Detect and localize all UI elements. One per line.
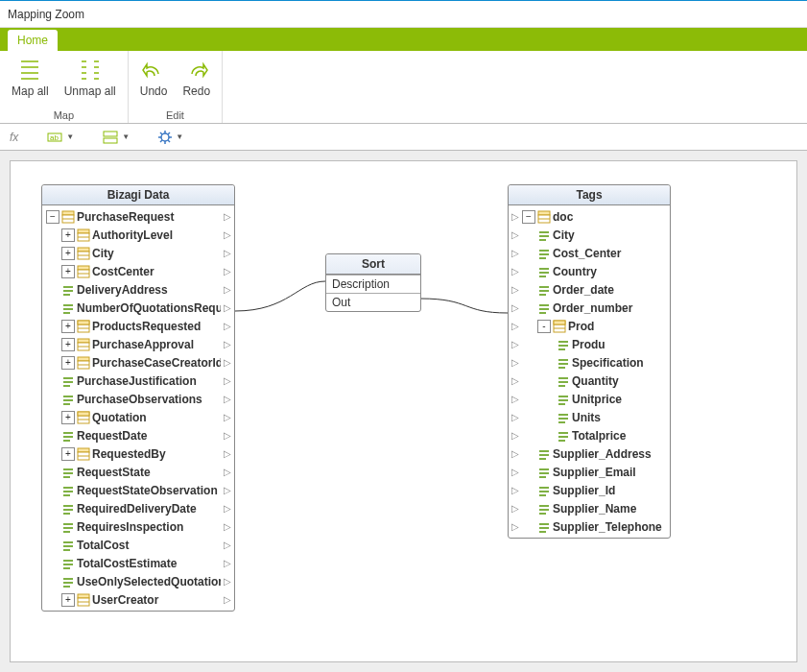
tree-item-child[interactable]: Specification [509, 353, 670, 372]
expand-icon[interactable]: + [61, 247, 75, 260]
expand-icon[interactable]: + [61, 320, 75, 333]
entity-icon [77, 228, 90, 242]
tree-item[interactable]: +UserCreator [42, 590, 234, 609]
tree-item-label: TotalCost [77, 539, 221, 552]
tree-item-child[interactable]: Totalprice [509, 426, 670, 444]
tree-item-label: Units [572, 411, 670, 424]
redo-button[interactable]: Redo [177, 55, 216, 100]
tree-item[interactable]: UseOnlySelectedQuotation [42, 572, 234, 590]
tree-item[interactable]: Order_date [509, 280, 670, 299]
entity-icon [77, 265, 90, 278]
textfield-icon: ab [47, 131, 62, 144]
tree-item-child[interactable]: Quantity [509, 372, 670, 390]
tree-item[interactable]: NumberOfQuotationsRequir [42, 299, 234, 317]
tree-item[interactable]: +City [42, 244, 234, 262]
tree-item[interactable]: Supplier_Address [509, 444, 670, 463]
expand-icon[interactable]: + [61, 447, 75, 461]
port-icon [509, 448, 522, 459]
map-all-button[interactable]: Map all [6, 55, 55, 100]
text-icon [61, 484, 75, 497]
text-icon [61, 520, 75, 534]
svg-text:ab: ab [50, 133, 59, 142]
expand-icon[interactable]: + [61, 338, 75, 351]
tree-item[interactable]: RequestState [42, 463, 234, 481]
undo-button[interactable]: Undo [134, 55, 174, 100]
sort-row-description[interactable]: Description [326, 275, 420, 293]
tree-item[interactable]: RequestStateObservation [42, 481, 234, 499]
tree-item[interactable]: RequestDate [42, 426, 234, 444]
collapse-icon[interactable]: − [522, 210, 535, 224]
expand-icon[interactable]: + [61, 411, 75, 424]
expand-icon[interactable]: - [537, 320, 551, 333]
svg-rect-54 [78, 448, 89, 452]
tree-item[interactable]: Cost_Center [509, 244, 670, 262]
entity-icon [77, 447, 90, 461]
entity-icon [77, 593, 90, 607]
tree-item-label: City [553, 228, 670, 242]
expand-icon[interactable]: + [61, 356, 75, 370]
toolbar-item-3[interactable]: ▼ [158, 131, 183, 144]
port-icon [509, 211, 522, 222]
fx-button[interactable]: fx [10, 131, 18, 144]
tree-item[interactable]: RequiredDeliveryDate [42, 499, 234, 517]
datasource-icon [103, 131, 118, 144]
collapse-icon[interactable]: − [46, 210, 59, 224]
tree-item-label: Quotation [92, 411, 221, 424]
tags-panel[interactable]: Tags −docCityCost_CenterCountryOrder_dat… [508, 184, 671, 539]
tree-item[interactable]: City [509, 226, 670, 244]
tree-item[interactable]: -Prod [509, 317, 670, 335]
mapping-canvas[interactable]: Bizagi Data −PurchaseRequest+AuthorityLe… [10, 160, 797, 662]
port-icon [221, 558, 234, 568]
port-icon [509, 503, 522, 514]
tree-item[interactable]: +PurchaseApproval [42, 335, 234, 353]
undo-icon [141, 57, 166, 82]
tree-item-label: PurchaseCaseCreatorId [92, 356, 221, 370]
bizagi-data-panel[interactable]: Bizagi Data −PurchaseRequest+AuthorityLe… [41, 184, 235, 612]
tree-item-child[interactable]: Units [509, 408, 670, 426]
tree-item[interactable]: +CostCenter [42, 262, 234, 280]
tree-item[interactable]: +Quotation [42, 408, 234, 426]
sort-row-out[interactable]: Out [326, 293, 420, 311]
tab-home[interactable]: Home [8, 30, 58, 51]
tree-item[interactable]: Supplier_Telephone [509, 517, 670, 536]
tree-item[interactable]: PurchaseJustification [42, 372, 234, 390]
tree-item-child[interactable]: Produ [509, 335, 670, 353]
tree-item[interactable]: Country [509, 262, 670, 280]
text-icon [537, 228, 551, 242]
port-icon [221, 448, 234, 459]
root-label: PurchaseRequest [77, 210, 221, 224]
tree-item[interactable]: TotalCostEstimate [42, 554, 234, 572]
tree-item-child[interactable]: Unitprice [509, 390, 670, 408]
text-icon [557, 356, 570, 370]
tree-item[interactable]: PurchaseObservations [42, 390, 234, 408]
tree-item[interactable]: Supplier_Id [509, 481, 670, 499]
port-icon [221, 467, 234, 477]
tree-item[interactable]: Supplier_Name [509, 499, 670, 517]
expand-icon[interactable]: + [61, 265, 75, 278]
tree-item[interactable]: +PurchaseCaseCreatorId [42, 353, 234, 372]
tree-item[interactable]: DeliveryAddress [42, 280, 234, 299]
tree-item-label: Supplier_Email [553, 466, 670, 479]
expand-icon[interactable]: + [61, 228, 75, 242]
port-icon [509, 284, 522, 295]
redo-label: Redo [182, 84, 210, 98]
tree-item[interactable]: RequiresInspection [42, 517, 234, 536]
tree-item[interactable]: +AuthorityLevel [42, 226, 234, 244]
tree-item[interactable]: Order_number [509, 299, 670, 317]
toolbar-item-1[interactable]: ab ▼ [47, 131, 74, 144]
tree-item[interactable]: TotalCost [42, 536, 234, 554]
toolbar-item-2[interactable]: ▼ [103, 131, 130, 144]
tree-item[interactable]: +ProductsRequested [42, 317, 234, 335]
sort-node[interactable]: Sort Description Out [325, 253, 421, 312]
tree-item[interactable]: +RequestedBy [42, 444, 234, 463]
port-icon [509, 467, 522, 477]
tree-root[interactable]: −PurchaseRequest [42, 207, 234, 226]
unmap-all-button[interactable]: Unmap all [59, 55, 122, 100]
port-icon [221, 339, 234, 349]
tree-item[interactable]: Supplier_Email [509, 463, 670, 481]
entity-icon [61, 210, 75, 224]
map-all-icon [17, 57, 42, 82]
tree-root[interactable]: −doc [509, 207, 670, 226]
expand-icon[interactable]: + [61, 593, 75, 607]
tab-strip: Home [0, 28, 807, 51]
